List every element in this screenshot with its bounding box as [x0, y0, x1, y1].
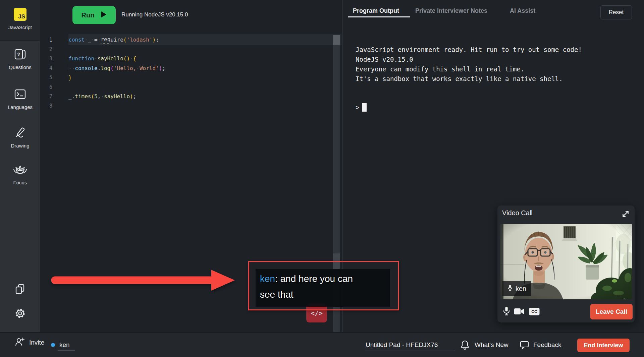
javascript-logo-icon: JS	[14, 8, 26, 21]
console-output: JavaScript environment ready. Hit run to…	[356, 45, 582, 84]
line-number: 6	[40, 84, 68, 90]
tab-ai-assist[interactable]: AI Assist	[510, 7, 535, 14]
code-text: _.times(5,·sayHello);	[68, 92, 341, 101]
person-add-icon	[15, 337, 24, 348]
line-number: 4	[40, 65, 68, 71]
active-tab-underline	[348, 16, 410, 17]
expand-icon[interactable]	[621, 210, 630, 220]
annotation-highlight-rectangle	[248, 261, 399, 310]
user-name[interactable]: ken	[59, 341, 70, 349]
feedback-label[interactable]: Feedback	[533, 341, 561, 349]
line-number: 5	[40, 74, 68, 80]
indent-guide	[69, 64, 69, 72]
video-call-title: Video Call	[502, 209, 533, 217]
bottom-bar: Invite ken Untitled Pad - HFEDJX76 What'…	[0, 332, 644, 357]
invite-button[interactable]: Invite	[15, 337, 44, 348]
code-line[interactable]: 6	[40, 82, 341, 92]
participant-name-overlay: ken	[502, 281, 531, 296]
code-line[interactable]: 4··console.log('Hello,·World');	[40, 63, 341, 73]
camera-icon	[514, 310, 524, 316]
sidebar-item-label: Questions	[9, 64, 32, 70]
video-call-panel: Video Call	[497, 205, 635, 322]
whats-new-label[interactable]: What's New	[475, 341, 508, 349]
svg-text:CC: CC	[531, 309, 537, 314]
code-text: const·_·=·require('lodash');	[68, 35, 341, 45]
sidebar-item-label: JavaScript	[0, 24, 40, 30]
annotation-arrow	[50, 267, 240, 294]
pen-icon	[14, 127, 26, 138]
sidebar-item-languages[interactable]: Languages	[0, 89, 40, 110]
console-prompt[interactable]: >	[356, 103, 367, 112]
line-number: 7	[40, 94, 68, 100]
sidebar-item-drawing[interactable]: Drawing	[0, 127, 40, 148]
code-text: }	[68, 73, 341, 82]
prompt-symbol: >	[356, 104, 359, 111]
sidebar-item-label: Languages	[8, 104, 33, 110]
participant-name: ken	[516, 285, 526, 293]
line-number: 8	[40, 103, 68, 109]
line-number: 3	[40, 56, 68, 62]
closed-captions-button[interactable]: CC	[529, 308, 540, 317]
gear-icon	[14, 308, 26, 320]
question-card-icon: ?	[14, 49, 26, 60]
mic-icon	[507, 284, 513, 293]
terminal-icon	[14, 89, 26, 100]
feedback-button[interactable]	[520, 341, 529, 351]
bell-icon	[461, 340, 469, 352]
svg-text:?: ?	[17, 51, 20, 57]
webcam-video: ken	[500, 224, 632, 299]
code-text: ··console.log('Hello,·World');	[68, 63, 341, 73]
code-line[interactable]: 5}	[40, 73, 341, 82]
code-line[interactable]: 1const·_·=·require('lodash');	[40, 35, 341, 45]
code-text: function·sayHello()·{	[68, 54, 341, 63]
scrollbar-thumb[interactable]	[333, 35, 340, 45]
code-text	[68, 82, 341, 92]
tab-private-interviewer-notes[interactable]: Private Interviewer Notes	[415, 7, 487, 14]
user-name-underline	[58, 350, 75, 351]
code-text	[68, 101, 341, 111]
code-line[interactable]: 2	[40, 44, 341, 54]
presence-dot	[51, 343, 55, 347]
reset-button[interactable]: Reset	[600, 5, 632, 19]
code-line[interactable]: 7_.times(5,·sayHello);	[40, 92, 341, 101]
line-number: 2	[40, 46, 68, 52]
lotus-icon	[13, 165, 27, 175]
leave-call-button[interactable]: Leave Call	[590, 304, 633, 319]
console-cursor	[362, 103, 367, 112]
mic-icon	[503, 311, 510, 317]
mute-mic-button[interactable]	[503, 306, 510, 317]
line-number: 1	[40, 37, 68, 43]
sidebar: JS JavaScript ? Questions Langu	[0, 0, 40, 332]
chat-bubble-icon	[520, 341, 529, 351]
pad-title-underline	[365, 351, 455, 351]
sidebar-item-questions[interactable]: ? Questions	[0, 49, 40, 70]
copy-icon	[15, 284, 25, 296]
tab-program-output[interactable]: Program Output	[353, 7, 399, 14]
code-line[interactable]: 3function·sayHello()·{	[40, 54, 341, 63]
copy-button[interactable]	[0, 284, 40, 296]
code-line[interactable]: 8	[40, 101, 341, 111]
pad-title[interactable]: Untitled Pad - HFEDJX76	[366, 341, 438, 349]
sidebar-item-focus[interactable]: Focus	[0, 165, 40, 185]
sidebar-item-javascript[interactable]: JS JavaScript	[0, 0, 40, 41]
invite-label: Invite	[29, 339, 44, 346]
camera-button[interactable]	[514, 308, 524, 316]
js-logo-text: JS	[18, 13, 25, 20]
cc-icon: CC	[529, 311, 540, 316]
code-text	[68, 44, 341, 54]
end-interview-button[interactable]: End Interview	[577, 339, 630, 352]
whats-new-button[interactable]	[461, 340, 469, 352]
app-window: JS JavaScript ? Questions Langu	[0, 0, 644, 357]
sidebar-item-label: Focus	[13, 180, 27, 185]
settings-button[interactable]	[0, 308, 40, 320]
sidebar-item-label: Drawing	[11, 143, 29, 148]
